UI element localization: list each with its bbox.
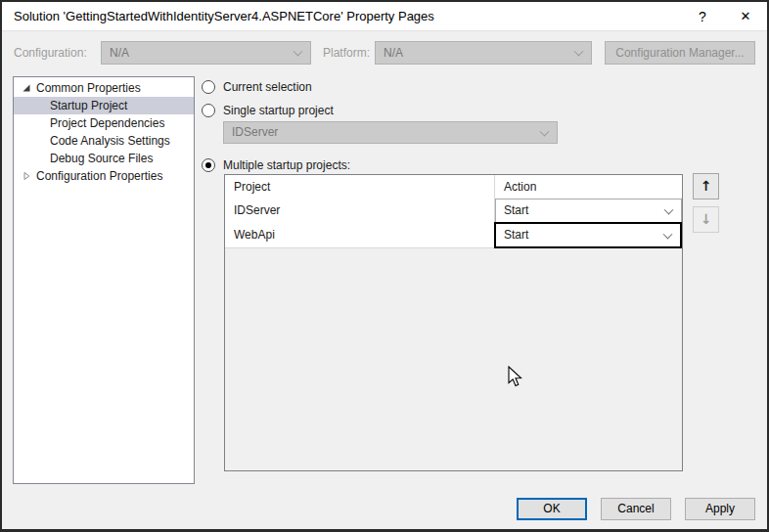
action-dropdown-webapi[interactable]: Start: [494, 222, 682, 248]
tree-item-debug-source-files[interactable]: Debug Source Files: [14, 150, 194, 167]
collapsed-triangle-icon[interactable]: [22, 171, 31, 181]
arrow-up-icon: ↑: [701, 178, 712, 194]
column-header-project[interactable]: Project: [225, 175, 495, 199]
column-header-action[interactable]: Action: [495, 175, 682, 199]
action-value: Start: [496, 224, 680, 245]
tree-item-label: Configuration Properties: [36, 169, 162, 183]
single-project-dropdown[interactable]: IDServer: [223, 121, 558, 144]
table-header: Project Action: [225, 175, 682, 200]
tree-item-label: Code Analysis Settings: [50, 134, 170, 148]
radio-icon[interactable]: [202, 104, 215, 117]
action-dropdown-idserver[interactable]: Start: [495, 199, 682, 223]
platform-value: N/A: [376, 42, 591, 64]
arrow-down-icon: ↓: [701, 211, 712, 227]
startup-projects-table: Project Action IDServer WebApi Start Sta…: [224, 174, 683, 471]
move-down-button[interactable]: ↓: [693, 206, 719, 233]
tree-item-label: Common Properties: [36, 81, 141, 95]
tree-item-label: Startup Project: [50, 99, 127, 112]
configuration-dropdown[interactable]: N/A: [101, 41, 311, 65]
tree-item-label: Project Dependencies: [50, 116, 164, 130]
tree-item-configuration-properties[interactable]: Configuration Properties: [14, 167, 194, 185]
radio-single-startup[interactable]: Single startup project: [202, 103, 334, 118]
expanded-triangle-icon[interactable]: [22, 83, 31, 93]
cancel-button[interactable]: Cancel: [601, 498, 671, 520]
ok-button[interactable]: OK: [517, 498, 587, 520]
single-project-value: IDServer: [224, 122, 557, 143]
project-cell[interactable]: WebApi: [225, 223, 495, 247]
tree-item-code-analysis-settings[interactable]: Code Analysis Settings: [14, 132, 194, 150]
radio-current-selection[interactable]: Current selection: [202, 79, 312, 95]
properties-tree: Common Properties Startup Project Projec…: [13, 76, 195, 484]
radio-label: Current selection: [223, 80, 312, 94]
move-up-button[interactable]: ↑: [693, 173, 719, 200]
radio-label: Single startup project: [223, 104, 334, 117]
tree-item-label: Debug Source Files: [50, 152, 153, 165]
configuration-label: Configuration:: [14, 41, 87, 65]
titlebar: Solution 'GettingStartedWithIdentityServ…: [2, 2, 767, 31]
tree-item-common-properties[interactable]: Common Properties: [14, 79, 194, 97]
platform-label: Platform:: [323, 41, 370, 65]
radio-label: Multiple startup projects:: [223, 158, 350, 172]
project-cell[interactable]: IDServer: [225, 199, 495, 223]
apply-button[interactable]: Apply: [685, 498, 755, 520]
configuration-value: N/A: [102, 42, 310, 64]
radio-multiple-startup[interactable]: Multiple startup projects:: [202, 157, 350, 173]
tree-item-startup-project[interactable]: Startup Project: [14, 97, 194, 114]
tree-item-project-dependencies[interactable]: Project Dependencies: [14, 114, 194, 132]
property-pages-dialog: Solution 'GettingStartedWithIdentityServ…: [0, 0, 769, 532]
help-button[interactable]: ?: [688, 2, 717, 31]
platform-dropdown[interactable]: N/A: [375, 41, 592, 65]
close-icon[interactable]: ✕: [731, 2, 760, 31]
radio-icon[interactable]: [202, 80, 215, 94]
action-value: Start: [496, 200, 681, 221]
window-title: Solution 'GettingStartedWithIdentityServ…: [14, 2, 434, 31]
configuration-manager-button[interactable]: Configuration Manager...: [605, 41, 755, 65]
radio-checked-icon[interactable]: [202, 158, 215, 172]
